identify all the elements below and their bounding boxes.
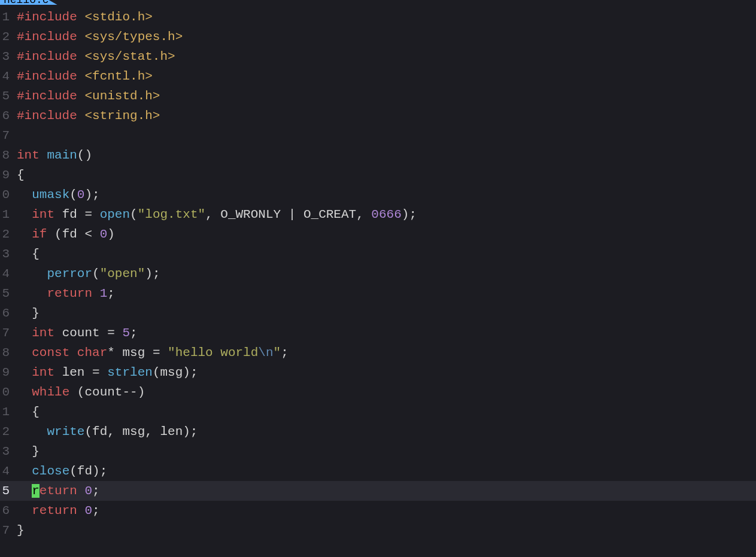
code-content: #include <string.h> [12,106,756,126]
code-line[interactable]: 4 close(fd); [0,461,756,481]
line-number: 3 [0,244,12,264]
code-line[interactable]: 7 [0,126,756,145]
code-line[interactable]: 0 while (count--) [0,382,756,402]
line-number: 2 [0,224,12,244]
code-content: return 1; [12,284,756,303]
code-line[interactable]: 9 int len = strlen(msg); [0,363,756,382]
code-line[interactable]: 5#include <unistd.h> [0,86,756,106]
code-content: if (fd < 0) [12,224,756,244]
code-line[interactable]: 1#include <stdio.h> [0,7,756,27]
code-content: #include <stdio.h> [12,7,756,27]
line-number: 7 [0,126,12,145]
line-number: 9 [0,363,12,382]
code-content: #include <sys/stat.h> [12,47,756,66]
code-line[interactable]: 2#include <sys/types.h> [0,27,756,47]
code-content: } [12,303,756,323]
code-content: } [12,442,756,461]
code-content: #include <fcntl.h> [12,66,756,86]
tab-filename: hello.c [4,0,49,5]
line-number: 5 [0,481,12,501]
code-line[interactable]: 1 int fd = open("log.txt", O_WRONLY | O_… [0,205,756,224]
code-line[interactable]: 8 const char* msg = "hello world\n"; [0,343,756,363]
code-line[interactable]: 4 perror("open"); [0,264,756,284]
code-content: return 0; [12,501,756,521]
line-number: 6 [0,501,12,521]
code-content: #include <sys/types.h> [12,27,756,47]
line-number: 0 [0,185,12,205]
code-line[interactable]: 6#include <string.h> [0,106,756,126]
code-content: { [12,165,756,185]
code-line[interactable]: 3 } [0,442,756,461]
code-line[interactable]: 3 { [0,244,756,264]
code-content: return 0; [12,481,756,501]
code-content: int fd = open("log.txt", O_WRONLY | O_CR… [12,205,756,224]
line-number: 1 [0,402,12,422]
line-number: 4 [0,461,12,481]
code-line[interactable]: 9{ [0,165,756,185]
code-content: int len = strlen(msg); [12,363,756,382]
code-editor[interactable]: 1#include <stdio.h>2#include <sys/types.… [0,5,756,540]
tab-bar: hello.c [0,0,756,5]
line-number: 2 [0,422,12,442]
code-content: write(fd, msg, len); [12,422,756,442]
code-line[interactable]: 0 umask(0); [0,185,756,205]
line-number: 5 [0,86,12,106]
line-number: 9 [0,165,12,185]
code-line[interactable]: 8int main() [0,145,756,165]
code-line[interactable]: 4#include <fcntl.h> [0,66,756,86]
line-number: 4 [0,66,12,86]
code-line[interactable]: 2 if (fd < 0) [0,224,756,244]
code-content: while (count--) [12,382,756,402]
line-number: 3 [0,442,12,461]
line-number: 0 [0,382,12,402]
line-number: 5 [0,284,12,303]
line-number: 3 [0,47,12,66]
line-number: 6 [0,303,12,323]
code-line[interactable]: 3#include <sys/stat.h> [0,47,756,66]
cursor: r [32,484,40,498]
line-number: 1 [0,7,12,27]
line-number: 2 [0,27,12,47]
line-number: 7 [0,323,12,343]
code-content: { [12,244,756,264]
line-number: 4 [0,264,12,284]
line-number: 8 [0,343,12,363]
line-number: 1 [0,205,12,224]
code-content: } [12,521,756,540]
code-content: perror("open"); [12,264,756,284]
code-content: { [12,402,756,422]
code-line[interactable]: 6 return 0; [0,501,756,521]
line-number: 7 [0,521,12,540]
line-number: 8 [0,145,12,165]
code-content: const char* msg = "hello world\n"; [12,343,756,363]
code-line[interactable]: 7} [0,521,756,540]
code-content: umask(0); [12,185,756,205]
code-content: close(fd); [12,461,756,481]
line-number: 6 [0,106,12,126]
code-line[interactable]: 6 } [0,303,756,323]
code-line[interactable]: 5 return 1; [0,284,756,303]
code-line[interactable]: 7 int count = 5; [0,323,756,343]
code-content: int main() [12,145,756,165]
code-content: int count = 5; [12,323,756,343]
file-tab[interactable]: hello.c [0,0,57,5]
code-content: #include <unistd.h> [12,86,756,106]
code-line[interactable]: 2 write(fd, msg, len); [0,422,756,442]
code-line[interactable]: 5 return 0; [0,481,756,501]
code-line[interactable]: 1 { [0,402,756,422]
